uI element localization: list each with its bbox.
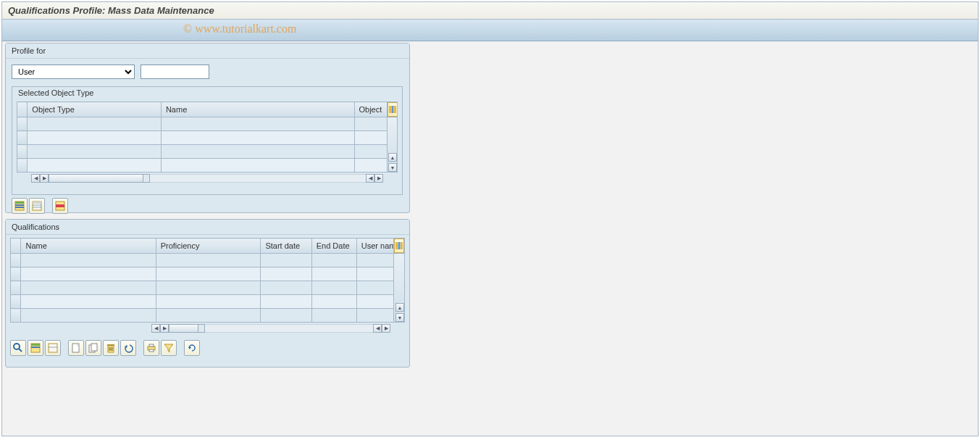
column-config-icon[interactable] [394, 238, 404, 253]
deselect-all-button[interactable] [29, 198, 45, 214]
scroll-left2-icon[interactable]: ◀ [373, 324, 382, 333]
scroll-right-icon[interactable]: ▶ [382, 324, 390, 333]
row-selector[interactable] [17, 131, 28, 145]
cell[interactable] [354, 145, 387, 159]
cell[interactable] [161, 159, 354, 173]
scroll-track[interactable] [169, 324, 205, 333]
deselect-all-button[interactable] [45, 340, 61, 356]
scroll-down-icon[interactable]: ▼ [395, 313, 404, 322]
scroll-up-icon[interactable]: ▲ [388, 153, 397, 162]
cell[interactable] [161, 145, 354, 159]
cell[interactable] [28, 117, 162, 131]
scroll-thumb[interactable] [169, 325, 198, 332]
object-type-hscroll[interactable]: ◀ ▶ ◀ ▶ [21, 174, 393, 183]
scroll-right-inner-icon[interactable]: ▶ [160, 324, 169, 333]
col-config[interactable] [387, 102, 397, 117]
cell[interactable] [161, 117, 354, 131]
cell[interactable] [261, 309, 311, 323]
profile-for-select[interactable]: User [12, 65, 135, 79]
scroll-right-icon[interactable]: ▶ [374, 174, 383, 183]
watermark: © www.tutorialkart.com [183, 22, 296, 36]
scroll-left2-icon[interactable]: ◀ [366, 174, 374, 183]
cell[interactable] [156, 267, 261, 281]
row-selector[interactable] [11, 267, 21, 281]
cell[interactable] [356, 281, 394, 295]
cell[interactable] [354, 117, 387, 131]
cell[interactable] [354, 159, 387, 173]
scroll-thumb[interactable] [49, 175, 143, 182]
cell[interactable] [156, 295, 261, 309]
column-config-icon[interactable] [388, 102, 398, 117]
cell[interactable] [356, 309, 394, 323]
profile-panel-body: User Selected Object Type [6, 59, 409, 225]
cell[interactable] [28, 159, 162, 173]
cell[interactable] [261, 281, 311, 295]
cell[interactable] [261, 267, 311, 281]
scroll-up-icon[interactable]: ▲ [395, 303, 404, 312]
undo-button[interactable] [120, 340, 136, 356]
cell[interactable] [261, 254, 311, 267]
new-button[interactable] [68, 340, 84, 356]
corner-cell [17, 102, 28, 117]
scroll-left-icon[interactable]: ◀ [151, 324, 160, 333]
col-config[interactable] [394, 238, 405, 254]
cell[interactable] [261, 295, 311, 309]
col-user-name[interactable]: User nam [356, 238, 394, 254]
select-all-button[interactable] [12, 198, 28, 214]
row-selector[interactable] [17, 159, 28, 173]
cell[interactable] [311, 267, 356, 281]
svg-rect-34 [149, 344, 154, 346]
cell[interactable] [156, 281, 261, 295]
refresh-button[interactable] [184, 340, 200, 356]
cell[interactable] [311, 281, 356, 295]
col-proficiency[interactable]: Proficiency [156, 238, 261, 254]
delete-row-button[interactable] [52, 198, 68, 214]
cell[interactable] [156, 309, 261, 323]
copy-button[interactable] [85, 340, 101, 356]
cell[interactable] [311, 309, 356, 323]
select-all-button[interactable] [28, 340, 43, 356]
scroll-left-icon[interactable]: ◀ [31, 174, 40, 183]
cell[interactable] [311, 254, 356, 267]
scroll-right-inner-icon[interactable]: ▶ [40, 174, 49, 183]
profile-for-input[interactable] [141, 65, 209, 79]
cell[interactable] [161, 131, 354, 145]
vscroll[interactable]: ▲▼ [394, 254, 405, 323]
col-object[interactable]: Object [354, 102, 387, 117]
row-selector[interactable] [11, 281, 21, 295]
cell[interactable] [28, 145, 162, 159]
cell[interactable] [356, 295, 394, 309]
detail-button[interactable] [10, 340, 26, 356]
cell[interactable] [354, 131, 387, 145]
col-start-date[interactable]: Start date [261, 238, 311, 254]
row-selector[interactable] [11, 309, 21, 323]
cell[interactable] [21, 267, 156, 281]
col-end-date[interactable]: End Date [311, 238, 356, 254]
print-button[interactable] [143, 340, 159, 356]
filter-button[interactable] [161, 340, 177, 356]
vscroll[interactable]: ▲▼ [387, 117, 397, 173]
col-qname[interactable]: Name [21, 238, 156, 254]
cell[interactable] [28, 131, 162, 145]
cell[interactable] [21, 295, 156, 309]
cell[interactable] [311, 295, 356, 309]
row-selector[interactable] [17, 117, 28, 131]
col-name[interactable]: Name [161, 102, 354, 117]
scroll-track[interactable] [49, 174, 150, 183]
row-selector[interactable] [17, 145, 28, 159]
qualifications-panel-label: Qualifications [6, 220, 409, 235]
row-selector[interactable] [11, 295, 21, 309]
svg-rect-28 [107, 344, 114, 346]
cell[interactable] [356, 254, 394, 267]
row-selector[interactable] [11, 254, 21, 267]
scroll-down-icon[interactable]: ▼ [388, 163, 397, 172]
cell[interactable] [21, 254, 156, 267]
col-object-type[interactable]: Object Type [28, 102, 162, 117]
cell[interactable] [21, 309, 156, 323]
svg-line-17 [19, 349, 22, 352]
delete-button[interactable] [103, 340, 119, 356]
cell[interactable] [21, 281, 156, 295]
qualifications-hscroll[interactable]: ◀ ▶ ◀ ▶ [151, 324, 401, 333]
cell[interactable] [356, 267, 394, 281]
cell[interactable] [156, 254, 261, 267]
